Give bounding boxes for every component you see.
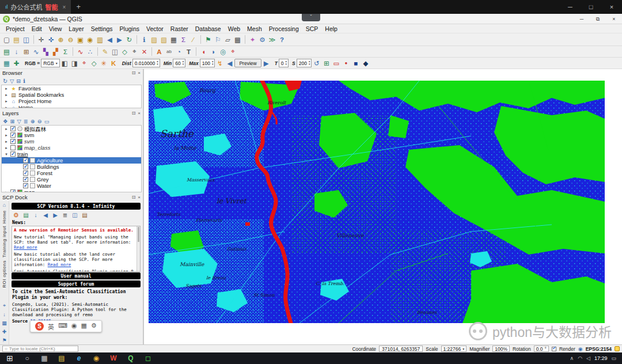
- download-icon[interactable]: ↓: [32, 211, 40, 219]
- layer-row[interactable]: Forest: [2, 170, 141, 176]
- crs-button[interactable]: EPSG:2154: [586, 346, 612, 352]
- plus-tab-icon[interactable]: ✚: [2, 329, 7, 335]
- scp-band-processing-icon[interactable]: ▚: [41, 47, 51, 56]
- zoom-in-icon[interactable]: ⊕: [56, 35, 66, 44]
- support-forum-button[interactable]: Support forum: [12, 280, 141, 287]
- classification-tab-icon[interactable]: ▦: [2, 320, 7, 326]
- menu-item[interactable]: Edit: [28, 25, 45, 32]
- scp-preprocessing-icon[interactable]: ∿: [31, 47, 41, 56]
- collapse-all-layers-icon[interactable]: ⊖: [37, 118, 42, 124]
- user-manual-button[interactable]: User manual: [12, 272, 141, 279]
- layer-row[interactable]: ▸ 模拟森林: [2, 126, 141, 132]
- download-tab-icon[interactable]: ↓: [3, 312, 6, 317]
- roi-pointer-icon[interactable]: ⌖: [79, 58, 89, 68]
- coordinate-field[interactable]: 371014, 6263357: [379, 346, 423, 352]
- remote-tab[interactable]: ıl 办公合式机 智能 ×: [0, 0, 71, 14]
- new-tab-button[interactable]: +: [71, 0, 86, 14]
- remove-preview-icon[interactable]: ▭: [331, 58, 341, 68]
- annotation-icon[interactable]: T: [184, 47, 194, 56]
- float-panel-button[interactable]: ⊡: [132, 70, 136, 75]
- layer-checkbox[interactable]: [23, 170, 28, 176]
- filter-legend-icon[interactable]: ▽: [17, 118, 21, 124]
- preview-right-icon[interactable]: ▶: [261, 58, 271, 68]
- new-layout-icon[interactable]: ▱: [223, 35, 233, 44]
- layer-row[interactable]: ▸ map_class: [2, 145, 141, 151]
- spectral-plot-icon[interactable]: ∿: [75, 47, 85, 56]
- layer-checkbox[interactable]: [10, 189, 16, 192]
- scp-bandset-icon[interactable]: ▤: [2, 47, 12, 56]
- scp-settings-icon[interactable]: ◆: [361, 58, 370, 68]
- wps-office[interactable]: W: [105, 352, 122, 364]
- tray-expand-icon[interactable]: ∧: [570, 355, 574, 361]
- pin-icon[interactable]: ⌖: [228, 47, 238, 56]
- expand-all-icon[interactable]: ⊕: [31, 118, 35, 124]
- zoom-last-icon[interactable]: ◀: [105, 35, 115, 44]
- preview-left-icon[interactable]: ◀: [225, 58, 234, 68]
- open-layer-styling-icon[interactable]: ❖: [3, 118, 8, 124]
- expand-arrow-icon[interactable]: ▸: [4, 105, 9, 109]
- label-ab-icon[interactable]: ab: [164, 47, 174, 56]
- task-view-button[interactable]: ▦: [36, 352, 53, 364]
- browser-item[interactable]: ▸ ▤ Spatial Bookmarks: [2, 92, 141, 98]
- mic-icon[interactable]: ◉: [71, 322, 77, 331]
- start-button[interactable]: ⊞: [1, 352, 18, 364]
- save-icon[interactable]: ◫: [71, 211, 79, 219]
- python-console-icon[interactable]: ≫: [267, 35, 277, 44]
- roi-auto-icon[interactable]: ✳: [99, 58, 109, 68]
- layer-checkbox[interactable]: [10, 126, 16, 131]
- field-calculator-icon[interactable]: Σ: [179, 35, 188, 44]
- maximize-window-button[interactable]: □: [581, 0, 601, 14]
- expand-arrow-icon[interactable]: ▸: [4, 139, 9, 144]
- home-tab-icon[interactable]: ⌂: [3, 202, 6, 208]
- layer-row[interactable]: ▸ svm: [2, 138, 141, 145]
- select-features-icon[interactable]: ▨: [149, 35, 159, 44]
- tab-training-input[interactable]: Training input: [2, 226, 7, 257]
- undo-preview-icon[interactable]: ↺: [312, 58, 321, 68]
- expand-arrow-icon[interactable]: ▸: [4, 133, 9, 138]
- lang-icon[interactable]: 英: [48, 322, 54, 331]
- forward-icon[interactable]: ▶: [51, 211, 59, 219]
- qgis-minimize-button[interactable]: ─: [574, 14, 590, 24]
- k-means-icon[interactable]: K: [109, 58, 119, 68]
- expand-arrow-icon[interactable]: ▸: [4, 93, 9, 97]
- expand-arrow-icon[interactable]: ▸: [4, 146, 9, 150]
- show-bookmarks-icon[interactable]: ⚐: [213, 35, 223, 44]
- file-explorer[interactable]: ▤: [53, 352, 70, 364]
- menu-item[interactable]: Settings: [88, 25, 116, 32]
- identify-features-icon[interactable]: ℹ: [139, 35, 149, 44]
- messages-icon[interactable]: [615, 346, 620, 351]
- properties-icon[interactable]: ℹ: [23, 78, 25, 84]
- layer-checkbox[interactable]: [10, 151, 16, 157]
- refresh-map-icon[interactable]: ↻: [124, 35, 134, 44]
- measure-icon[interactable]: ∕: [188, 35, 198, 44]
- ime-settings-icon[interactable]: ⚙: [91, 322, 97, 331]
- layer-row[interactable]: ▾ train: [2, 151, 141, 157]
- tab-roi-options[interactable]: ROI options: [2, 260, 7, 288]
- expand-arrow-icon[interactable]: ▾: [4, 152, 9, 157]
- layer-checkbox[interactable]: [23, 183, 28, 188]
- chrome-browser[interactable]: ◉: [88, 352, 105, 364]
- toolbox-icon[interactable]: ▦: [81, 322, 87, 331]
- scp-basic-tools-icon[interactable]: ⊞: [21, 47, 31, 56]
- qgis-restore-button[interactable]: ⧉: [590, 14, 606, 24]
- menu-item[interactable]: Project: [2, 25, 28, 32]
- magnifier-spinner[interactable]: 100%: [492, 346, 510, 352]
- zoom-to-selection-icon[interactable]: ◉: [85, 35, 95, 44]
- label-icon[interactable]: A: [154, 47, 164, 56]
- raster-preview-icon[interactable]: ▦: [2, 58, 12, 68]
- new-project-icon[interactable]: ▢: [2, 35, 12, 44]
- vertex-tool-icon[interactable]: ⌖: [130, 47, 139, 56]
- layer-checkbox[interactable]: [10, 139, 16, 144]
- back-icon[interactable]: ◀: [41, 211, 50, 219]
- style-manager-icon[interactable]: ✦: [248, 35, 257, 44]
- flag-tab-icon[interactable]: ⚑: [2, 338, 6, 343]
- network-icon[interactable]: ◠: [578, 355, 582, 361]
- notification-center-icon[interactable]: ▭: [611, 355, 616, 361]
- expand-arrow-icon[interactable]: ▸: [4, 99, 9, 104]
- tab-home[interactable]: Home: [2, 210, 7, 223]
- filter-expression-icon[interactable]: ≣: [24, 118, 28, 124]
- search-button[interactable]: ○: [18, 352, 36, 364]
- rgb-combo[interactable]: RGB▾: [41, 59, 59, 67]
- layer-checkbox[interactable]: [10, 145, 16, 150]
- pan-map-icon[interactable]: ✛: [36, 35, 46, 44]
